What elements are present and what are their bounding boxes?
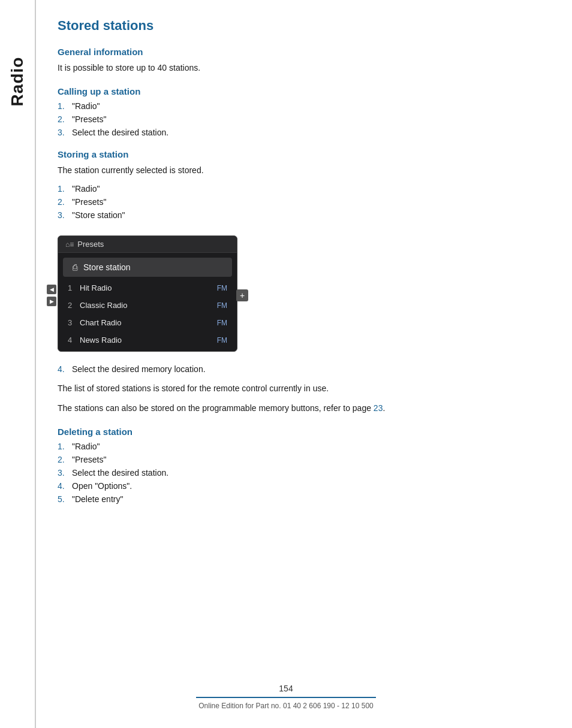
station-band: FM — [217, 284, 227, 292]
presets-mockup-container: ◀ ▶ ⌂≡ Presets ⎙ Store station 1 — [58, 228, 237, 363]
step-text: "Presets" — [72, 197, 106, 207]
main-content: Stored stations General information It i… — [36, 0, 572, 728]
page-footer: 154 Online Edition for Part no. 01 40 2 … — [0, 684, 572, 710]
store-station-label: Store station — [83, 262, 131, 272]
storing-note2-link: 23 — [374, 403, 383, 413]
presets-home-icon: ⌂≡ — [65, 240, 74, 249]
heading-calling-up: Calling up a station — [58, 86, 548, 96]
station-row-1: 1 Hit Radio FM — [58, 279, 237, 297]
step-num: 1. — [58, 184, 67, 194]
storing-steps: 1. "Radio" 2. "Presets" 3. "Store statio… — [58, 184, 548, 220]
presets-mockup: ⌂≡ Presets ⎙ Store station 1 Hit Radio F… — [58, 235, 237, 352]
step-item: 4. Open "Options". — [58, 481, 548, 491]
storing-note2-prefix: The stations can also be stored on the p… — [58, 403, 374, 413]
section-storing: Storing a station The station currently … — [58, 149, 548, 415]
step-text: "Store station" — [72, 210, 125, 220]
step-num: 3. — [58, 210, 67, 220]
section-general-info: General information It is possible to st… — [58, 47, 548, 74]
step-num: 2. — [58, 455, 67, 464]
step-item: 2. "Presets" — [58, 197, 548, 207]
arrow-left-down-icon: ▶ — [47, 297, 56, 306]
plus-icon: + — [236, 289, 248, 301]
station-band: FM — [217, 336, 227, 345]
step-text: "Delete entry" — [72, 494, 123, 504]
station-name: Classic Radio — [80, 301, 217, 310]
footer-rule — [196, 697, 376, 698]
section-deleting: Deleting a station 1. "Radio" 2. "Preset… — [58, 427, 548, 504]
step-text: Select the desired station. — [72, 468, 168, 478]
station-num: 3 — [68, 318, 80, 327]
presets-title-text: Presets — [77, 240, 104, 249]
arrow-left-buttons: ◀ ▶ — [47, 285, 56, 306]
page-wrapper: Radio Stored stations General informatio… — [0, 0, 572, 728]
arrow-left-up-icon: ◀ — [47, 285, 56, 294]
station-num: 1 — [68, 283, 80, 292]
step-item: 3. Select the desired station. — [58, 128, 548, 137]
step-text: "Radio" — [72, 442, 100, 451]
step-item: 1. "Radio" — [58, 184, 548, 194]
storing-note1: The list of stored stations is stored fo… — [58, 382, 548, 395]
storing-step4-list: 4. Select the desired memory location. — [58, 364, 548, 374]
deleting-steps: 1. "Radio" 2. "Presets" 3. Select the de… — [58, 442, 548, 504]
step-text: "Radio" — [72, 101, 100, 111]
arrow-right-buttons: + — [236, 289, 248, 301]
step-num: 5. — [58, 494, 67, 504]
step-item: 3. Select the desired station. — [58, 468, 548, 478]
station-row-3: 3 Chart Radio FM — [58, 314, 237, 331]
step-num: 1. — [58, 101, 67, 111]
sidebar: Radio — [0, 0, 36, 728]
heading-storing: Storing a station — [58, 149, 548, 159]
station-name: Hit Radio — [80, 283, 217, 292]
general-info-text: It is possible to store up to 40 station… — [58, 62, 548, 74]
step-item: 2. "Presets" — [58, 455, 548, 464]
station-num: 4 — [68, 336, 80, 345]
step-text: Select the desired memory location. — [72, 364, 206, 374]
step-num: 3. — [58, 128, 67, 137]
step-text: "Presets" — [72, 455, 106, 464]
step-item: 4. Select the desired memory location. — [58, 364, 548, 374]
presets-title-bar: ⌂≡ Presets — [58, 236, 237, 253]
storing-note2: The stations can also be stored on the p… — [58, 402, 548, 415]
station-num: 2 — [68, 301, 80, 310]
step-item: 2. "Presets" — [58, 114, 548, 124]
store-station-icon: ⎙ — [73, 262, 77, 272]
step-num: 1. — [58, 442, 67, 451]
station-band: FM — [217, 301, 227, 310]
step-num: 4. — [58, 364, 67, 374]
heading-deleting: Deleting a station — [58, 427, 548, 437]
storing-note2-suffix: . — [383, 403, 385, 413]
footer-text: Online Edition for Part no. 01 40 2 606 … — [198, 702, 374, 710]
station-row-2: 2 Classic Radio FM — [58, 297, 237, 314]
step-text: "Radio" — [72, 184, 100, 194]
store-station-row: ⎙ Store station — [63, 258, 232, 277]
step-text: "Presets" — [72, 114, 106, 124]
step-num: 4. — [58, 481, 67, 491]
step-num: 3. — [58, 468, 67, 478]
step-num: 2. — [58, 114, 67, 124]
station-row-4: 4 News Radio FM — [58, 331, 237, 349]
step-text: Open "Options". — [72, 481, 132, 491]
step-item: 3. "Store station" — [58, 210, 548, 220]
step-num: 2. — [58, 197, 67, 207]
station-name: News Radio — [80, 336, 217, 345]
station-name: Chart Radio — [80, 318, 217, 327]
page-title: Stored stations — [58, 18, 548, 34]
step-text: Select the desired station. — [72, 128, 168, 137]
page-number: 154 — [279, 684, 293, 693]
station-band: FM — [217, 319, 227, 327]
step-item: 1. "Radio" — [58, 442, 548, 451]
storing-intro: The station currently selected is stored… — [58, 164, 548, 177]
calling-up-steps: 1. "Radio" 2. "Presets" 3. Select the de… — [58, 101, 548, 137]
section-calling-up: Calling up a station 1. "Radio" 2. "Pres… — [58, 86, 548, 137]
step-item: 5. "Delete entry" — [58, 494, 548, 504]
presets-body: ⎙ Store station 1 Hit Radio FM 2 Classic… — [58, 253, 237, 351]
sidebar-label: Radio — [8, 57, 27, 107]
heading-general-info: General information — [58, 47, 548, 57]
step-item: 1. "Radio" — [58, 101, 548, 111]
